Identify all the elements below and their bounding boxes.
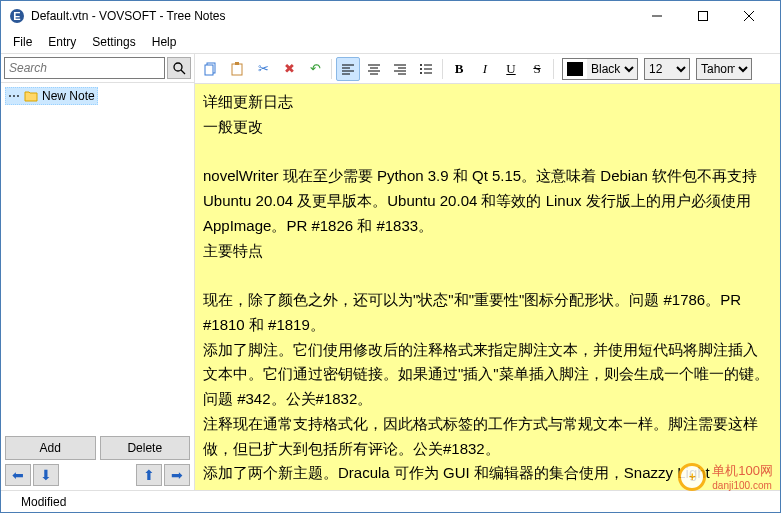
menu-help[interactable]: Help — [144, 33, 185, 51]
svg-text:E: E — [13, 10, 20, 22]
app-icon: E — [9, 8, 25, 24]
nav-down-button[interactable]: ⬇ — [33, 464, 59, 486]
nav-row: ⬅ ⬇ ⬆ ➡ — [1, 464, 194, 490]
list-icon[interactable] — [414, 57, 438, 81]
watermark-plus-icon: + — [678, 463, 706, 491]
search-input[interactable] — [4, 57, 165, 79]
underline-icon[interactable]: U — [499, 57, 523, 81]
color-select[interactable]: Black — [562, 58, 638, 80]
right-panel: ✂ ✖ ↶ B I U S Black 12 Tahoma 详细更新日志 一般更… — [195, 54, 780, 490]
minimize-button[interactable] — [634, 2, 680, 30]
svg-point-6 — [174, 63, 182, 71]
undo-icon[interactable]: ↶ — [303, 57, 327, 81]
svg-rect-3 — [699, 12, 708, 21]
svg-rect-11 — [235, 62, 239, 65]
left-panel: ⋯ New Note Add Delete ⬅ ⬇ ⬆ ➡ — [1, 54, 195, 490]
close-button[interactable] — [726, 2, 772, 30]
clear-icon[interactable]: ✖ — [277, 57, 301, 81]
expand-icon: ⋯ — [8, 89, 20, 103]
svg-point-26 — [420, 68, 422, 70]
tree-item-new-note[interactable]: ⋯ New Note — [5, 87, 98, 105]
svg-point-28 — [420, 72, 422, 74]
color-swatch — [567, 62, 583, 76]
statusbar: Modified — [1, 490, 780, 512]
svg-point-24 — [420, 64, 422, 66]
separator — [553, 59, 554, 79]
search-row — [1, 54, 194, 83]
separator — [442, 59, 443, 79]
titlebar: E Default.vtn - VOVSOFT - Tree Notes — [1, 1, 780, 31]
editor-toolbar: ✂ ✖ ↶ B I U S Black 12 Tahoma — [195, 54, 780, 84]
strikethrough-icon[interactable]: S — [525, 57, 549, 81]
font-name-select[interactable]: Tahoma — [696, 58, 752, 80]
svg-rect-9 — [205, 65, 213, 75]
editor-area[interactable]: 详细更新日志 一般更改 novelWriter 现在至少需要 Python 3.… — [195, 84, 780, 490]
tree-button-row: Add Delete — [1, 432, 194, 464]
svg-rect-10 — [232, 64, 242, 75]
nav-up-button[interactable]: ⬆ — [136, 464, 162, 486]
menu-entry[interactable]: Entry — [40, 33, 84, 51]
window-title: Default.vtn - VOVSOFT - Tree Notes — [31, 9, 634, 23]
nav-prev-button[interactable]: ⬅ — [5, 464, 31, 486]
separator — [331, 59, 332, 79]
font-size-select[interactable]: 12 — [644, 58, 690, 80]
menu-settings[interactable]: Settings — [84, 33, 143, 51]
align-right-icon[interactable] — [388, 57, 412, 81]
maximize-button[interactable] — [680, 2, 726, 30]
color-dropdown[interactable]: Black — [587, 59, 637, 79]
menubar: File Entry Settings Help — [1, 31, 780, 53]
add-button[interactable]: Add — [5, 436, 96, 460]
watermark-site: danji100.com — [712, 480, 773, 491]
align-left-icon[interactable] — [336, 57, 360, 81]
bold-icon[interactable]: B — [447, 57, 471, 81]
delete-button[interactable]: Delete — [100, 436, 191, 460]
menu-file[interactable]: File — [5, 33, 40, 51]
watermark-brand: 单机100网 — [712, 462, 773, 480]
watermark: + 单机100网 danji100.com — [678, 462, 773, 491]
svg-line-7 — [181, 70, 185, 74]
nav-next-button[interactable]: ➡ — [164, 464, 190, 486]
align-center-icon[interactable] — [362, 57, 386, 81]
search-button[interactable] — [167, 57, 191, 79]
main-area: ⋯ New Note Add Delete ⬅ ⬇ ⬆ ➡ ✂ ✖ ↶ — [1, 53, 780, 490]
cut-icon[interactable]: ✂ — [251, 57, 275, 81]
status-modified: Modified — [21, 495, 66, 509]
italic-icon[interactable]: I — [473, 57, 497, 81]
tree-view[interactable]: ⋯ New Note — [1, 83, 194, 432]
tree-item-label: New Note — [42, 89, 95, 103]
paste-icon[interactable] — [225, 57, 249, 81]
copy-icon[interactable] — [199, 57, 223, 81]
folder-icon — [24, 90, 38, 102]
